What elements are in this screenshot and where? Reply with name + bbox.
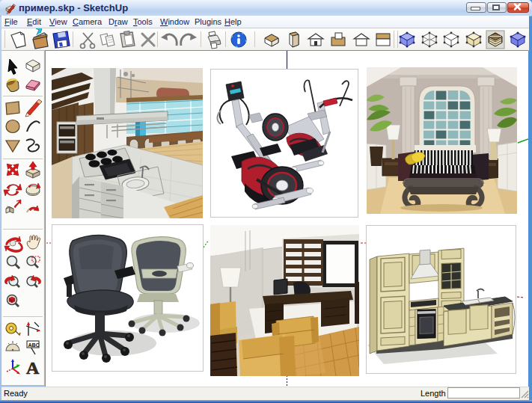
- svg-text:A: A: [26, 358, 40, 378]
- svg-text:ABC: ABC: [28, 342, 40, 348]
